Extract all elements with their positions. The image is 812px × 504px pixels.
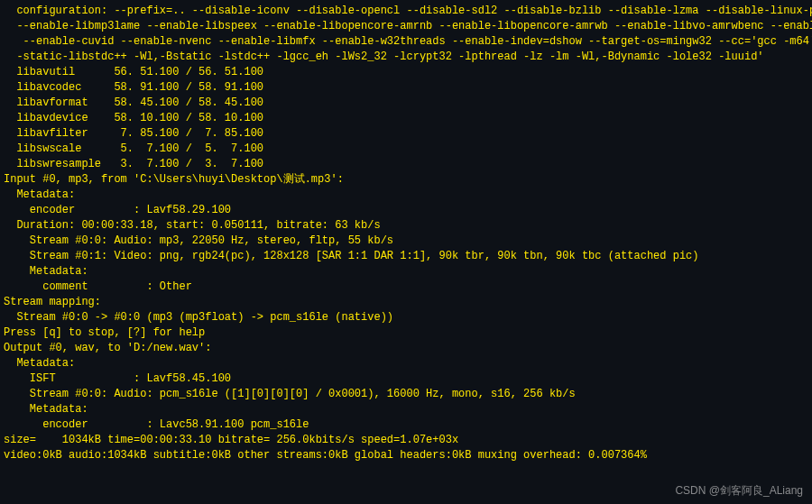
terminal-output: configuration: --prefix=.. --disable-ico… — [0, 0, 812, 463]
watermark-text: CSDN @剑客阿良_ALiang — [675, 483, 803, 499]
